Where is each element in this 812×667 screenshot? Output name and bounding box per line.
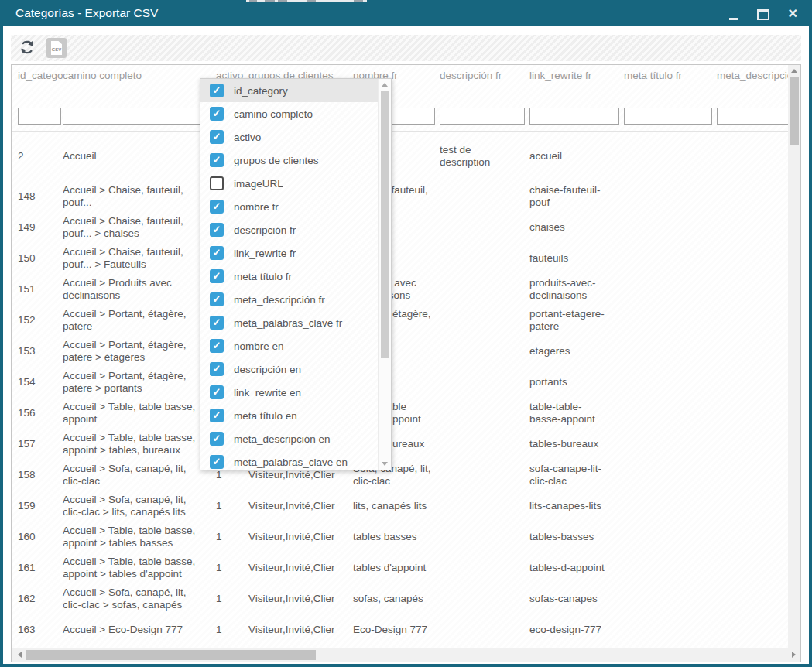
table-row[interactable]: 2Accueiltest de descriptionaccueil	[12, 132, 800, 181]
cell-meta_titulo	[624, 398, 717, 429]
menu-scroll-up-icon[interactable]	[382, 83, 388, 87]
checkbox-checked-icon[interactable]: ✓	[210, 362, 224, 376]
table-row[interactable]: 148Accueil > Chaise, fauteuil, pouf...Ch…	[12, 181, 800, 212]
table-row[interactable]: 149Accueil > Chaise, fauteuil, pouf... >…	[12, 212, 800, 243]
column-header-meta_titulo[interactable]: meta título fr	[624, 65, 717, 105]
checkbox-checked-icon[interactable]: ✓	[210, 385, 224, 399]
scroll-left-icon[interactable]	[18, 652, 22, 658]
cell-link: chaise-fauteuil-pouf	[529, 181, 624, 212]
checkbox-checked-icon[interactable]: ✓	[210, 107, 224, 121]
table-row[interactable]: 157Accueil > Table, table basse, appoint…	[12, 429, 800, 460]
cell-descripcion	[440, 274, 529, 305]
cell-nombre: tables d'appoint	[353, 552, 440, 583]
menu-scroll-down-icon[interactable]	[382, 462, 388, 466]
column-header-id[interactable]: id_catego	[18, 65, 63, 105]
column-menu-item-label: nombre fr	[234, 201, 279, 213]
export-csv-button[interactable]: CSV	[46, 38, 67, 58]
checkbox-checked-icon[interactable]: ✓	[210, 246, 224, 260]
horizontal-scrollbar[interactable]	[12, 648, 800, 662]
column-header-camino[interactable]: camino completo	[63, 65, 216, 105]
column-menu-item[interactable]: ✓meta título en	[200, 404, 379, 427]
scroll-up-icon[interactable]	[791, 69, 797, 73]
cell-id: 158	[18, 460, 63, 491]
checkbox-checked-icon[interactable]: ✓	[210, 292, 224, 306]
column-menu-item[interactable]: ✓meta_descripción en	[200, 427, 379, 450]
table-row[interactable]: 159Accueil > Sofa, canapé, lit, clic-cla…	[12, 491, 800, 522]
refresh-button[interactable]	[19, 39, 36, 58]
column-menu-item[interactable]: imageURL	[200, 172, 379, 195]
checkbox-checked-icon[interactable]: ✓	[210, 84, 224, 97]
close-icon[interactable]: ✕	[788, 8, 798, 20]
cell-descripcion	[440, 243, 529, 274]
checkbox-checked-icon[interactable]: ✓	[210, 409, 224, 422]
filter-input-link[interactable]	[529, 108, 619, 125]
column-menu-item-label: meta título fr	[234, 271, 292, 282]
column-menu-item[interactable]: ✓meta_palabras_clave fr	[200, 311, 379, 334]
maximize-icon[interactable]	[757, 9, 769, 20]
column-menu-item[interactable]: ✓link_rewrite fr	[200, 241, 379, 265]
cell-id: 157	[18, 429, 63, 460]
cell-link: table-table-basse-appoint	[529, 398, 624, 429]
menu-scrollbar[interactable]	[378, 79, 391, 470]
checkbox-checked-icon[interactable]: ✓	[210, 339, 224, 353]
checkbox-checked-icon[interactable]: ✓	[210, 223, 224, 237]
filter-input-id[interactable]	[18, 108, 61, 125]
column-menu-item[interactable]: ✓camino completo	[200, 102, 379, 125]
filter-input-meta_titulo[interactable]	[624, 108, 712, 125]
checkbox-checked-icon[interactable]: ✓	[210, 432, 224, 446]
horizontal-scroll-thumb[interactable]	[26, 650, 316, 660]
checkbox-checked-icon[interactable]: ✓	[210, 269, 224, 283]
checkbox-checked-icon[interactable]: ✓	[210, 130, 224, 144]
cell-grupos: Visiteur,Invité,Clier	[248, 552, 353, 583]
table-row[interactable]: 156Accueil > Table, table basse, appoint…	[12, 398, 800, 429]
vertical-scroll-thumb[interactable]	[790, 77, 799, 145]
cell-meta_titulo	[624, 522, 717, 552]
table-row[interactable]: 158Accueil > Sofa, canapé, lit, clic-cla…	[12, 460, 800, 491]
cell-id: 160	[18, 522, 63, 552]
column-menu-item[interactable]: ✓descripción fr	[200, 218, 379, 241]
filter-input-meta_desc[interactable]	[717, 108, 797, 125]
cell-camino: Accueil > Portant, étagère, patère > por…	[63, 367, 216, 398]
table-row[interactable]: 153Accueil > Portant, étagère, patère > …	[12, 336, 800, 367]
filter-input-camino[interactable]	[63, 108, 211, 125]
title-bar[interactable]: Categorías - Exportar CSV ✕	[0, 2, 812, 26]
column-menu-item[interactable]: ✓meta_palabras_clave en	[200, 450, 379, 470]
cell-descripcion	[440, 583, 529, 614]
cell-link: sofa-canape-lit-clic-clac	[529, 460, 624, 491]
table-row[interactable]: 154Accueil > Portant, étagère, patère > …	[12, 367, 800, 398]
column-menu-item[interactable]: ✓meta título fr	[200, 265, 379, 288]
column-menu-item-label: descripción en	[234, 364, 301, 375]
table-row[interactable]: 161Accueil > Table, table basse, appoint…	[12, 552, 800, 583]
column-menu-item[interactable]: ✓id_category	[200, 79, 379, 102]
checkbox-checked-icon[interactable]: ✓	[210, 200, 224, 214]
table-row[interactable]: 151Accueil > Produits avec déclinaisonsP…	[12, 274, 800, 305]
cell-link: fauteuils	[529, 243, 624, 274]
table-row[interactable]: 150Accueil > Chaise, fauteuil, pouf... >…	[12, 243, 800, 274]
table-row[interactable]: 163Accueil > Eco-Design 7771Visiteur,Inv…	[12, 614, 800, 645]
column-menu-item[interactable]: ✓activo	[200, 125, 379, 149]
checkbox-checked-icon[interactable]: ✓	[210, 316, 224, 330]
column-menu-item[interactable]: ✓nombre fr	[200, 195, 379, 218]
column-header-link[interactable]: link_rewrite fr	[529, 65, 624, 105]
checkbox-checked-icon[interactable]: ✓	[210, 455, 224, 469]
column-menu-item[interactable]: ✓nombre en	[200, 334, 379, 357]
table-row[interactable]: 160Accueil > Table, table basse, appoint…	[12, 522, 800, 552]
column-menu-item[interactable]: ✓descripción en	[200, 357, 379, 381]
filter-cell-link	[529, 105, 624, 131]
scroll-right-icon[interactable]	[792, 652, 796, 658]
checkbox-checked-icon[interactable]: ✓	[210, 153, 224, 167]
column-menu-item[interactable]: ✓meta_descripción fr	[200, 288, 379, 311]
column-header-descripcion[interactable]: descripción fr	[440, 65, 529, 105]
menu-scroll-thumb[interactable]	[381, 91, 389, 358]
column-menu-item[interactable]: ✓grupos de clientes	[200, 149, 379, 172]
cell-grupos: Visiteur,Invité,Clier	[248, 614, 353, 645]
cell-id: 149	[18, 212, 63, 243]
checkbox-unchecked-icon[interactable]	[210, 176, 224, 190]
table-row[interactable]: 152Accueil > Portant, étagère, patèrePor…	[12, 305, 800, 336]
column-menu-item-label: meta_descripción fr	[234, 294, 325, 306]
filter-input-descripcion[interactable]	[440, 108, 525, 125]
minimize-icon[interactable]	[729, 8, 738, 20]
table-row[interactable]: 162Accueil > Sofa, canapé, lit, clic-cla…	[12, 583, 800, 614]
column-menu-item[interactable]: ✓link_rewrite en	[200, 381, 379, 404]
vertical-scrollbar[interactable]	[788, 65, 800, 662]
